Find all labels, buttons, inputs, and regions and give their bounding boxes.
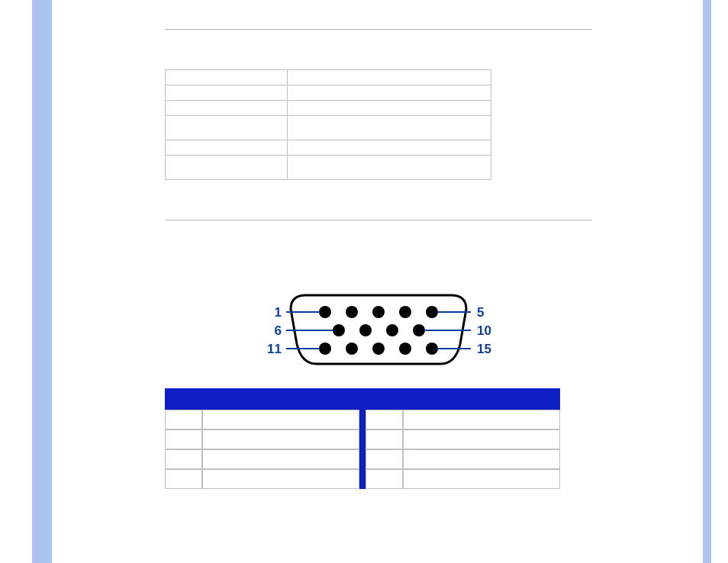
table-divider <box>359 429 366 449</box>
svg-point-10 <box>346 343 358 355</box>
signal-cell <box>403 469 560 489</box>
left-rail <box>32 0 52 563</box>
table-row <box>165 449 560 469</box>
pin-label: 1 <box>275 305 282 320</box>
spec-cell <box>166 70 288 85</box>
table-row <box>165 410 560 429</box>
table-row <box>166 140 491 156</box>
svg-point-0 <box>319 306 331 318</box>
svg-point-9 <box>319 343 331 355</box>
right-rail <box>703 0 711 563</box>
signal-cell <box>202 469 359 489</box>
pin-label: 11 <box>267 342 282 356</box>
pin-cell <box>366 429 403 449</box>
table-row <box>165 429 560 449</box>
svg-point-1 <box>346 306 358 318</box>
pin-cell <box>165 449 202 469</box>
table-divider <box>359 449 366 469</box>
pin-cell <box>165 469 202 489</box>
signal-cell <box>202 429 359 449</box>
svg-point-2 <box>372 306 385 318</box>
spec-table <box>165 69 491 180</box>
signal-cell <box>403 410 560 429</box>
svg-point-12 <box>399 343 411 355</box>
section-divider <box>165 29 592 30</box>
spec-cell <box>166 116 288 140</box>
svg-point-6 <box>359 324 372 336</box>
document-content: 1 6 11 5 10 15 <box>165 0 592 489</box>
table-row <box>166 156 491 180</box>
table-row <box>166 116 491 140</box>
signal-cell <box>403 449 560 469</box>
svg-point-8 <box>413 324 425 336</box>
signal-header <box>202 388 359 410</box>
spec-cell <box>287 101 491 116</box>
connector-diagram: 1 6 11 5 10 15 <box>165 283 592 382</box>
svg-point-13 <box>426 343 438 355</box>
pin-label: 10 <box>477 323 491 338</box>
table-divider <box>359 410 366 429</box>
spec-cell <box>287 85 491 101</box>
pin-label: 15 <box>477 342 491 356</box>
svg-point-7 <box>386 324 398 336</box>
table-divider <box>359 388 366 410</box>
pin-cell <box>366 469 403 489</box>
table-row <box>166 85 491 101</box>
pin-label: 5 <box>477 305 484 320</box>
svg-point-5 <box>333 324 345 336</box>
spec-cell <box>166 85 288 101</box>
pin-cell <box>366 449 403 469</box>
svg-point-4 <box>426 306 438 318</box>
signal-cell <box>202 449 359 469</box>
spec-cell <box>287 116 491 140</box>
pin-header <box>165 388 202 410</box>
spec-cell <box>287 156 491 180</box>
table-row <box>166 101 491 116</box>
table-header-row <box>165 388 560 410</box>
section-divider <box>165 220 592 220</box>
pin-cell <box>366 410 403 429</box>
svg-point-11 <box>372 343 385 355</box>
spec-cell <box>166 156 288 180</box>
table-row <box>166 70 491 85</box>
pinout-table <box>165 388 560 489</box>
table-row <box>165 469 560 489</box>
signal-cell <box>202 410 359 429</box>
pin-cell <box>165 429 202 449</box>
spec-cell <box>166 140 288 156</box>
spec-cell <box>287 140 491 156</box>
signal-cell <box>403 429 560 449</box>
svg-point-3 <box>399 306 411 318</box>
spec-cell <box>287 70 491 85</box>
table-divider <box>359 469 366 489</box>
pin-header <box>366 388 403 410</box>
pin-cell <box>165 410 202 429</box>
signal-header <box>403 388 560 410</box>
pin-label: 6 <box>275 323 282 338</box>
spec-cell <box>166 101 288 116</box>
